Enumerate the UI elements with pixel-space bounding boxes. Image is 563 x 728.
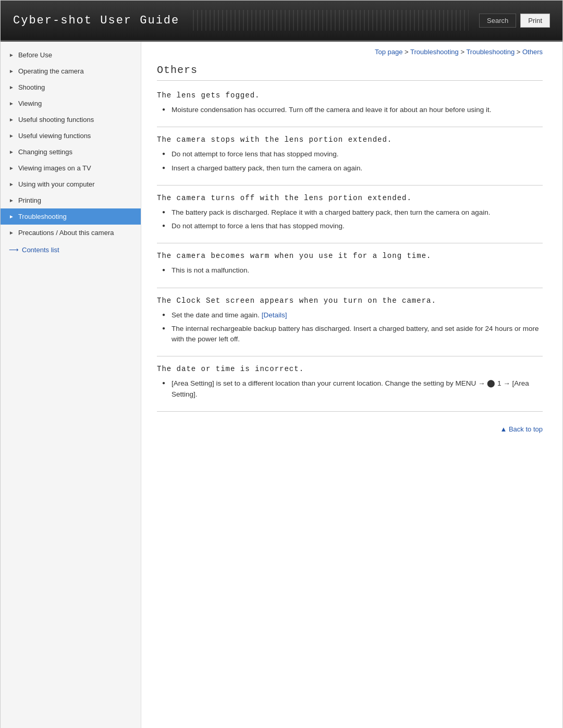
section-warm: The camera becomes warm when you use it … <box>157 252 543 288</box>
chevron-right-icon: ► <box>9 230 14 236</box>
sidebar-item-label: Viewing <box>18 100 42 107</box>
sidebar-item-useful-shooting[interactable]: ► Useful shooting functions <box>1 112 141 128</box>
sidebar-item-label: Precautions / About this camera <box>18 229 114 237</box>
contents-list-label: Contents list <box>22 246 59 254</box>
chevron-right-icon: ► <box>9 52 14 58</box>
chevron-right-icon: ► <box>9 133 14 139</box>
bullet-list: [Area Setting] is set to a different loc… <box>157 378 543 400</box>
chevron-right-icon: ► <box>9 117 14 122</box>
header-stripe <box>190 10 469 31</box>
sidebar-item-label: Useful viewing functions <box>18 132 91 140</box>
search-button[interactable]: Search <box>479 14 516 28</box>
sidebar-item-shooting[interactable]: ► Shooting <box>1 79 141 95</box>
bullet-list: Do not attempt to force lens that has st… <box>157 149 543 174</box>
sidebar: ► Before Use ► Operating the camera ► Sh… <box>1 42 141 728</box>
contents-list-link[interactable]: ⟶ Contents list <box>1 241 141 259</box>
list-item: [Area Setting] is set to a different loc… <box>162 378 543 400</box>
page-wrapper: Cyber-shot User Guide Search Print ► Bef… <box>0 0 563 728</box>
list-item: Set the date and time again. [Details] <box>162 310 543 320</box>
section-lens-fogged: The lens gets fogged. Moisture condensat… <box>157 91 543 127</box>
chevron-right-icon: ► <box>9 149 14 155</box>
bullet-list: This is not a malfunction. <box>157 265 543 276</box>
list-item: The internal rechargeable backup battery… <box>162 324 543 345</box>
sidebar-item-label: Changing settings <box>18 148 72 156</box>
sidebar-item-label: Viewing images on a TV <box>18 164 91 172</box>
sidebar-item-useful-viewing[interactable]: ► Useful viewing functions <box>1 128 141 144</box>
breadcrumb-top[interactable]: Top page <box>375 48 403 56</box>
section-date-incorrect: The date or time is incorrect. [Area Set… <box>157 365 543 412</box>
breadcrumb: Top page > Troubleshooting > Troubleshoo… <box>157 42 543 64</box>
sidebar-item-label: Useful shooting functions <box>18 116 94 124</box>
section-title: The date or time is incorrect. <box>157 365 543 373</box>
section-title: The Clock Set screen appears when you tu… <box>157 297 543 305</box>
chevron-right-icon: ► <box>9 101 14 106</box>
sidebar-item-label: Using with your computer <box>18 180 95 188</box>
sidebar-item-precautions[interactable]: ► Precautions / About this camera <box>1 225 141 241</box>
breadcrumb-troubleshooting1[interactable]: Troubleshooting <box>410 48 459 56</box>
section-title: The camera stops with the lens portion e… <box>157 135 543 144</box>
sidebar-item-label: Operating the camera <box>18 67 84 75</box>
breadcrumb-separator: > <box>405 48 410 56</box>
sidebar-item-printing[interactable]: ► Printing <box>1 192 141 208</box>
header: Cyber-shot User Guide Search Print <box>1 1 562 42</box>
bullet-list: The battery pack is discharged. Replace … <box>157 207 543 232</box>
chevron-right-icon: ► <box>9 84 14 90</box>
bullet-list: Set the date and time again. [Details] T… <box>157 310 543 345</box>
bullet-list: Moisture condensation has occurred. Turn… <box>157 105 543 115</box>
sidebar-item-using-computer[interactable]: ► Using with your computer <box>1 176 141 192</box>
list-item: Moisture condensation has occurred. Turn… <box>162 105 543 115</box>
chevron-right-icon: ► <box>9 198 14 203</box>
sidebar-item-label: Troubleshooting <box>18 213 67 220</box>
sidebar-item-troubleshooting[interactable]: ► Troubleshooting <box>1 208 141 225</box>
breadcrumb-separator: > <box>460 48 466 56</box>
list-item: This is not a malfunction. <box>162 265 543 276</box>
print-button[interactable]: Print <box>520 14 550 28</box>
app-title: Cyber-shot User Guide <box>13 14 179 27</box>
chevron-right-icon: ► <box>9 181 14 187</box>
sidebar-item-operating[interactable]: ► Operating the camera <box>1 63 141 79</box>
list-item: Do not attempt to force lens that has st… <box>162 149 543 159</box>
chevron-right-icon: ► <box>9 68 14 74</box>
section-lens-extended: The camera stops with the lens portion e… <box>157 135 543 186</box>
page-layout: ► Before Use ► Operating the camera ► Sh… <box>1 42 562 728</box>
arrow-right-icon: ⟶ <box>9 246 19 254</box>
sidebar-item-label: Printing <box>18 196 41 204</box>
list-item: The battery pack is discharged. Replace … <box>162 207 543 218</box>
section-title: The lens gets fogged. <box>157 91 543 100</box>
breadcrumb-troubleshooting2[interactable]: Troubleshooting <box>466 48 515 56</box>
section-title: The camera turns off with the lens porti… <box>157 194 543 202</box>
section-title: The camera becomes warm when you use it … <box>157 252 543 260</box>
sidebar-item-label: Shooting <box>18 83 45 91</box>
sidebar-item-viewing-tv[interactable]: ► Viewing images on a TV <box>1 160 141 176</box>
sidebar-item-before-use[interactable]: ► Before Use <box>1 47 141 63</box>
chevron-right-icon: ► <box>9 165 14 171</box>
section-turns-off-extended: The camera turns off with the lens porti… <box>157 194 543 244</box>
section-clock-set: The Clock Set screen appears when you tu… <box>157 297 543 357</box>
sidebar-item-changing-settings[interactable]: ► Changing settings <box>1 144 141 160</box>
chevron-right-icon: ► <box>9 214 14 219</box>
sidebar-item-label: Before Use <box>18 51 52 59</box>
details-link[interactable]: [Details] <box>262 311 287 319</box>
page-title: Others <box>157 64 543 81</box>
main-content: Top page > Troubleshooting > Troubleshoo… <box>141 42 558 728</box>
breadcrumb-separator: > <box>517 48 522 56</box>
breadcrumb-others[interactable]: Others <box>522 48 543 56</box>
list-item: Insert a charged battery pack, then turn… <box>162 163 543 174</box>
list-item: Do not attempt to force a lens that has … <box>162 221 543 231</box>
header-actions: Search Print <box>479 14 550 28</box>
back-to-top-link[interactable]: Back to top <box>157 420 543 438</box>
sidebar-item-viewing[interactable]: ► Viewing <box>1 95 141 112</box>
